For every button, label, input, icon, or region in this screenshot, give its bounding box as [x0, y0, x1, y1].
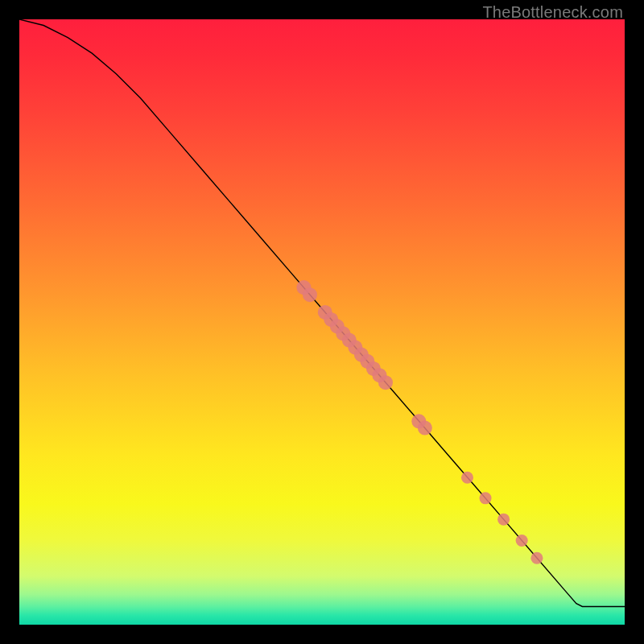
data-point	[461, 472, 473, 484]
data-points-group	[296, 280, 543, 564]
data-point	[303, 287, 317, 302]
chart-svg	[19, 19, 625, 625]
data-point	[480, 492, 492, 504]
chart-frame: TheBottleneck.com	[0, 0, 644, 644]
data-point	[516, 535, 528, 547]
plot-area	[19, 19, 625, 625]
data-point	[497, 514, 510, 526]
data-point	[378, 375, 393, 390]
data-point	[530, 552, 543, 564]
data-point	[418, 421, 432, 436]
